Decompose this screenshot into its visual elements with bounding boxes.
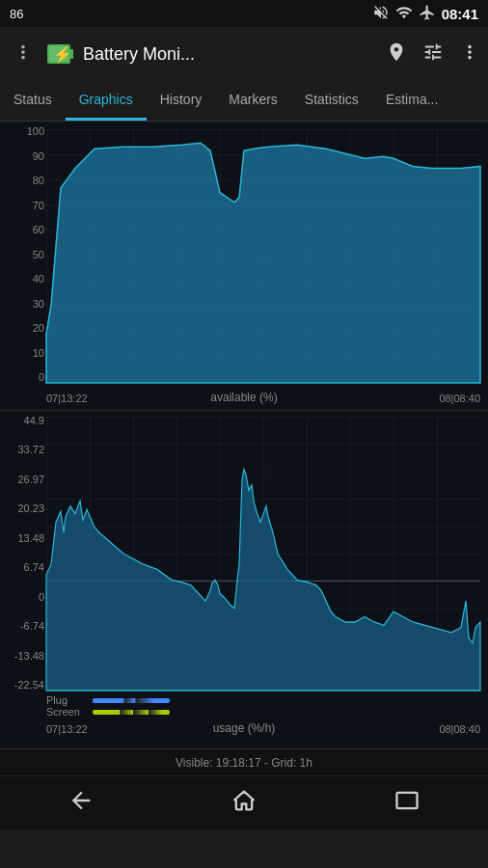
back-button[interactable] bbox=[60, 779, 102, 827]
app-title: Battery Moni... bbox=[83, 44, 378, 65]
screen-legend-bar bbox=[93, 710, 170, 715]
bottom-x-center: usage (%/h) bbox=[213, 721, 276, 735]
top-x-right: 08|08:40 bbox=[439, 393, 480, 404]
plug-label: Plug bbox=[46, 694, 89, 706]
svg-rect-7 bbox=[396, 792, 417, 807]
filter-button[interactable] bbox=[422, 41, 444, 68]
overflow-button[interactable] bbox=[459, 41, 480, 68]
airplane-icon bbox=[419, 4, 436, 24]
tab-statistics[interactable]: Statistics bbox=[291, 81, 372, 121]
bottom-chart: 44.9 33.72 26.97 20.23 13.48 6.74 0 -6.7… bbox=[0, 411, 488, 748]
tab-history[interactable]: History bbox=[147, 81, 216, 121]
tab-estimates[interactable]: Estima... bbox=[372, 81, 451, 121]
app-bar-actions bbox=[386, 41, 480, 68]
legend: Plug Screen bbox=[46, 694, 480, 718]
tab-status[interactable]: Status bbox=[0, 81, 66, 121]
home-button[interactable] bbox=[223, 779, 265, 827]
clock-display: 08:41 bbox=[442, 6, 478, 22]
footer-bar: Visible: 19:18:17 - Grid: 1h bbox=[0, 748, 488, 775]
bottom-chart-y-axis: 44.9 33.72 26.97 20.23 13.48 6.74 0 -6.7… bbox=[0, 411, 46, 748]
status-bar: 86 08:41 bbox=[0, 0, 488, 27]
legend-screen: Screen bbox=[46, 706, 480, 718]
screen-label: Screen bbox=[46, 706, 89, 718]
footer-text: Visible: 19:18:17 - Grid: 1h bbox=[176, 756, 312, 770]
legend-plug: Plug bbox=[46, 694, 480, 706]
recents-button[interactable] bbox=[386, 779, 428, 827]
wifi-icon bbox=[395, 4, 413, 24]
top-chart: 100 90 80 70 60 50 40 30 20 10 0 07|13:2… bbox=[0, 122, 488, 411]
top-x-center: available (%) bbox=[210, 391, 277, 404]
mute-icon bbox=[372, 4, 390, 24]
nav-bar bbox=[0, 775, 488, 829]
bottom-x-right: 08|08:40 bbox=[439, 723, 480, 735]
plug-legend-bar bbox=[93, 698, 170, 703]
tab-bar: Status Graphics History Markers Statisti… bbox=[0, 81, 488, 122]
bottom-x-left: 07|13:22 bbox=[46, 723, 88, 735]
top-x-left: 07|13:22 bbox=[46, 393, 88, 404]
signal-strength: 86 bbox=[10, 7, 23, 21]
top-chart-canvas bbox=[46, 129, 480, 383]
status-bar-right: 08:41 bbox=[372, 4, 478, 24]
bottom-chart-canvas bbox=[46, 417, 480, 691]
tab-markers[interactable]: Markers bbox=[215, 81, 291, 121]
menu-button[interactable] bbox=[8, 41, 39, 68]
svg-text:⚡: ⚡ bbox=[53, 45, 72, 64]
app-bar: ⚡ Battery Moni... bbox=[0, 27, 488, 81]
tab-graphics[interactable]: Graphics bbox=[66, 81, 147, 121]
app-icon: ⚡ bbox=[46, 41, 75, 68]
top-chart-y-axis: 100 90 80 70 60 50 40 30 20 10 0 bbox=[0, 122, 46, 410]
location-button[interactable] bbox=[386, 41, 407, 68]
